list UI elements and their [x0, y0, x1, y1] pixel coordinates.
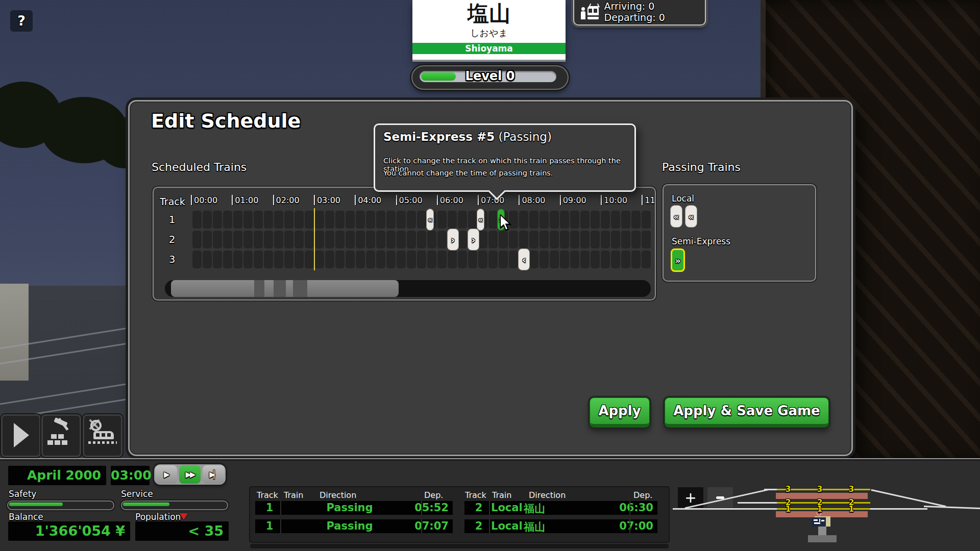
departure-cell: 福山 [524, 520, 559, 534]
timeline-cell [529, 231, 538, 248]
train-schedule-icon[interactable]: « [477, 209, 484, 230]
timeline-cell [631, 251, 641, 268]
departure-row[interactable]: 2Local福山06:30 [464, 501, 657, 515]
train-schedule-icon[interactable]: « [427, 209, 433, 230]
timeline-cell [478, 231, 487, 248]
passing-train-pill[interactable]: « [671, 206, 682, 227]
timeline-cell [274, 231, 283, 248]
timeline-cell [417, 211, 426, 229]
timeline-cell [560, 251, 569, 268]
timeline-cell [407, 231, 416, 248]
departure-cell: Local [491, 502, 527, 514]
hour-tick [519, 195, 520, 205]
timeline-cell [366, 231, 375, 248]
departures-panel: TrackTrainDirectionDep.TrackTrainDirecti… [250, 487, 669, 542]
minimap-track-number: 1 [846, 505, 856, 514]
timeline-cell [254, 231, 263, 248]
station-name-kanji: 塩山 [412, 0, 566, 28]
station-name-kana: しおやま [412, 28, 566, 39]
timeline-cell [325, 211, 334, 229]
departures-header: Track [465, 490, 486, 500]
apply-save-button[interactable]: Apply & Save Game [664, 397, 829, 428]
departure-row[interactable]: 2Local福山07:00 [464, 519, 657, 533]
train-schedule-icon[interactable]: ‹ [519, 249, 529, 270]
hour-tick [396, 195, 397, 205]
timeline-cell [478, 251, 487, 268]
help-button[interactable]: ? [10, 10, 33, 32]
departure-row[interactable]: 1Passing07:07 [255, 519, 453, 533]
balance-value: 1'366'054 ¥ [35, 523, 125, 539]
track-row-label: 2 [162, 233, 182, 245]
passing-train-pill[interactable]: « [685, 206, 697, 227]
timeline-cell [223, 251, 232, 268]
timeline-cell [284, 251, 293, 268]
departures-scrollbar[interactable] [250, 544, 669, 548]
timeline-cell [499, 251, 508, 268]
playback-button[interactable]: ▶ [155, 465, 177, 484]
timeline-cell [550, 211, 559, 229]
hour-tick [232, 195, 233, 205]
timeline-cell [417, 231, 426, 248]
timeline-cell [284, 211, 293, 229]
departure-cell: 2 [468, 520, 490, 532]
concrete-wall [0, 284, 29, 381]
station-badge [812, 517, 826, 527]
departure-cell: 2 [468, 502, 490, 514]
timeline-cell [458, 211, 467, 229]
train-schedule-icon[interactable]: › [468, 229, 479, 250]
build-mode-button[interactable] [41, 414, 81, 457]
minimap-track-number: 1 [815, 505, 825, 514]
timeline-cell [254, 251, 263, 268]
timeline-cell [437, 231, 447, 248]
play-icon [14, 423, 29, 447]
departure-cell: Passing [311, 520, 388, 532]
departure-row[interactable]: 1Passing05:52 [255, 501, 453, 515]
timeline-cell [540, 251, 549, 268]
timeline-cell [386, 211, 396, 229]
track-row-label: 1 [162, 213, 182, 226]
hour-label: 05:00 [399, 195, 423, 205]
timeline-cell [417, 251, 426, 268]
train-schedule-icon[interactable]: › [448, 229, 458, 250]
timeline-cell [335, 231, 345, 248]
level-bar: Level 0 [411, 65, 569, 90]
population-label: Population [135, 512, 181, 522]
timeline-cell [601, 211, 610, 229]
playback-button[interactable]: ▶▏ [203, 465, 225, 484]
play-mode-button[interactable] [1, 414, 41, 457]
game-screen: ? 塩山 しおやま Shioyama Arriving: 0 Departing… [0, 0, 980, 551]
station-post [818, 527, 826, 535]
timeline-cell [591, 231, 600, 248]
timeline-cell [192, 251, 202, 268]
departure-cell: 05:52 [408, 502, 449, 514]
departures-header: Direction [320, 490, 356, 500]
arrivals-panel: Arriving: 0 Departing: 0 [573, 0, 706, 26]
playback-button[interactable]: ▶▶ [179, 465, 201, 484]
timeline-cell [203, 211, 212, 229]
passing-train-pill[interactable]: » [671, 248, 685, 272]
hour-label: 11:00 [645, 195, 656, 205]
tooltip-train-status: (Passing) [495, 130, 552, 143]
timeline-scrollbar[interactable] [165, 280, 651, 297]
timeline-cell [346, 231, 355, 248]
timeline-cell [213, 231, 222, 248]
timeline-scrollbar-thumb[interactable] [171, 280, 399, 297]
timeline-cell [611, 251, 620, 268]
timeline-cell [529, 211, 538, 229]
depot-mode-button[interactable] [83, 414, 122, 457]
timeline-cell [366, 211, 375, 229]
timeline-cell [580, 211, 590, 229]
hour-label: 03:00 [317, 195, 340, 205]
timeline-cell [601, 251, 610, 268]
dialog-title: Edit Schedule [151, 110, 301, 132]
train-schedule-icon[interactable]: » [498, 209, 504, 230]
timeline-cell [580, 231, 590, 248]
column-divider [629, 501, 630, 515]
current-time-line [314, 208, 315, 270]
apply-button[interactable]: Apply [589, 397, 650, 428]
schedule-timeline[interactable]: Track 00:0001:0002:0003:0004:0005:0006:0… [153, 187, 656, 300]
timeline-cell [488, 211, 498, 229]
timeline-cell [295, 231, 304, 248]
column-divider [489, 519, 490, 533]
timeline-cell [264, 231, 273, 248]
